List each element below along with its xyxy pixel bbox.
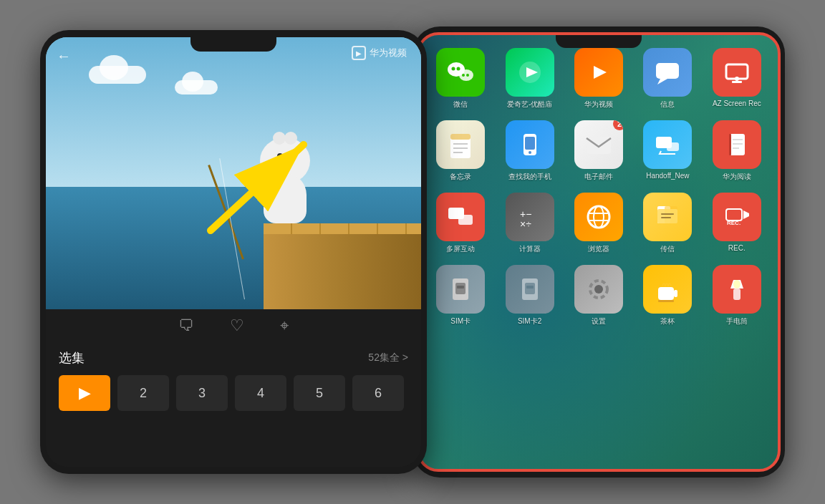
svg-rect-33: [458, 215, 473, 225]
iqiyi-label: 爱奇艺-优酷庙: [507, 100, 552, 110]
app-wechat[interactable]: 微信: [429, 48, 492, 110]
sim1-icon: [436, 265, 485, 314]
app-coffee[interactable]: 茶杯: [636, 265, 699, 326]
app-torch[interactable]: 手电筒: [705, 265, 768, 326]
svg-rect-24: [587, 137, 611, 154]
app-sim1[interactable]: SIM卡: [429, 265, 492, 326]
email-badge: 2: [613, 120, 623, 130]
wechat-icon: [436, 48, 485, 97]
play-icon: ▶: [79, 384, 91, 402]
like-icon[interactable]: ♡: [230, 316, 244, 335]
bear-eye-right: [289, 153, 294, 159]
app-grid: 微信 爱奇艺-优酷庙: [418, 34, 779, 334]
az-screen-label: AZ Screen Rec: [713, 100, 761, 107]
episode-2-button[interactable]: 2: [117, 375, 169, 411]
notes-label: 备忘录: [450, 172, 471, 182]
app-messages[interactable]: 信息: [636, 48, 699, 110]
episode-6-button[interactable]: 6: [352, 375, 404, 411]
svg-point-6: [462, 74, 465, 77]
files-label: 传信: [660, 244, 675, 254]
iqiyi-icon: [506, 48, 554, 97]
rec-label: REC.: [728, 244, 746, 252]
svg-text:REC.: REC.: [727, 220, 740, 226]
bear-eye-left: [277, 153, 283, 159]
hw-video-label: 华为视频: [584, 100, 613, 110]
files-icon: [643, 193, 692, 241]
browser-icon: [574, 193, 623, 241]
app-calculator[interactable]: +− ×÷ 计算器: [498, 193, 561, 254]
svg-rect-60: [733, 289, 740, 300]
dock: [264, 223, 421, 309]
svg-point-36: [588, 206, 609, 228]
az-screen-icon: [713, 48, 761, 97]
notch-left: [190, 36, 276, 52]
cloud-2: [175, 80, 218, 94]
find-phone-label: 查找我的手机: [508, 172, 551, 182]
multiscreen-icon: [436, 193, 485, 241]
app-browser[interactable]: 浏览器: [567, 193, 630, 254]
dock-planks: [264, 223, 421, 234]
svg-point-4: [457, 67, 460, 71]
logo-icon: ▶: [352, 46, 366, 60]
episode-title: 选集: [59, 349, 85, 367]
app-settings[interactable]: 设置: [567, 265, 630, 326]
episode-1-button[interactable]: ▶: [59, 375, 110, 411]
logo-text: 华为视频: [370, 47, 407, 59]
bear-ear-right: [284, 132, 297, 145]
sim2-icon: [506, 265, 554, 314]
svg-point-23: [529, 151, 531, 154]
svg-rect-42: [657, 209, 677, 223]
polar-bear: [249, 137, 321, 223]
app-iqiyi[interactable]: 爱奇艺-优酷庙: [498, 48, 561, 110]
episode-section: 选集 52集全 > ▶ 2 3 4 5 6: [46, 342, 421, 467]
messages-label: 信息: [660, 100, 675, 110]
torch-icon: [713, 265, 761, 314]
episode-count[interactable]: 52集全 >: [366, 352, 408, 364]
svg-point-61: [733, 280, 740, 289]
episode-grid: ▶ 2 3 4 5 6: [59, 375, 408, 411]
right-screen: 微信 爱奇艺-优酷庙: [418, 34, 779, 470]
svg-rect-22: [525, 137, 535, 150]
svg-text:×÷: ×÷: [520, 218, 531, 230]
app-multiscreen[interactable]: 多屏互动: [429, 193, 492, 254]
svg-rect-45: [726, 209, 742, 220]
hw-video-icon: [574, 48, 623, 97]
svg-rect-57: [674, 290, 677, 297]
coffee-icon: [643, 265, 692, 314]
app-handoff[interactable]: Handoff_New: [636, 120, 699, 182]
video-back-button[interactable]: ←: [57, 48, 71, 64]
app-az-screen[interactable]: AZ Screen Rec: [705, 48, 768, 110]
svg-rect-11: [656, 63, 679, 79]
episode-4-button[interactable]: 4: [235, 375, 286, 411]
bear-body: [264, 173, 307, 223]
email-label: 电子邮件: [584, 172, 613, 182]
app-sim2[interactable]: SIM卡2: [498, 265, 561, 326]
calculator-icon: +− ×÷: [506, 193, 554, 241]
video-logo: ▶ 华为视频: [352, 46, 407, 60]
phone-right: 微信 爱奇艺-优酷庙: [412, 26, 785, 478]
svg-rect-43: [661, 213, 674, 215]
video-area: ← ▶ 华为视频: [46, 37, 421, 309]
app-hw-read[interactable]: 华为阅读: [705, 120, 768, 182]
wechat-label: 微信: [453, 100, 468, 110]
episode-5-button[interactable]: 5: [294, 375, 345, 411]
app-hw-video[interactable]: 华为视频: [567, 48, 630, 110]
svg-rect-44: [661, 217, 671, 218]
subtitle-icon[interactable]: 🗨: [178, 316, 194, 335]
messages-icon: [643, 48, 692, 97]
app-email[interactable]: 2 电子邮件: [567, 120, 630, 182]
handoff-label: Handoff_New: [646, 172, 689, 180]
app-rec[interactable]: REC. REC.: [705, 193, 768, 254]
sim2-label: SIM卡2: [518, 316, 541, 326]
share-icon[interactable]: ⌖: [280, 316, 289, 335]
svg-marker-46: [743, 210, 749, 219]
app-find-phone[interactable]: 查找我的手机: [498, 120, 561, 182]
rec-icon: REC.: [713, 193, 761, 241]
coffee-label: 茶杯: [660, 316, 675, 326]
app-notes[interactable]: 备忘录: [429, 120, 492, 182]
email-icon: 2: [574, 120, 623, 169]
svg-point-7: [466, 74, 469, 77]
browser-label: 浏览器: [588, 244, 609, 254]
episode-3-button[interactable]: 3: [176, 375, 228, 411]
app-files[interactable]: 传信: [636, 193, 699, 254]
